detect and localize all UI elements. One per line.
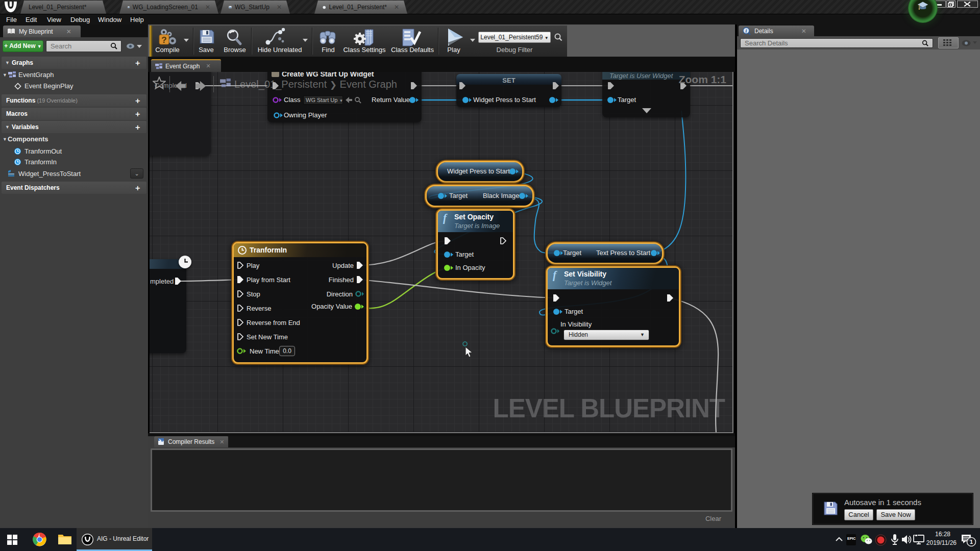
svg-text:i: i xyxy=(746,28,747,34)
svg-text:?: ? xyxy=(161,35,166,45)
svg-text:1: 1 xyxy=(970,539,973,545)
